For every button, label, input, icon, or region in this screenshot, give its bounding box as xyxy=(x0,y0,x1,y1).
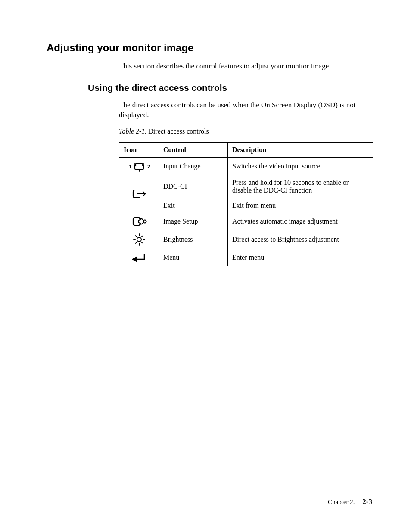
section-heading: Adjusting your monitor image xyxy=(47,42,372,54)
icon-cell xyxy=(119,249,159,266)
svg-point-8 xyxy=(137,237,141,242)
input-change-icon: 1 2 xyxy=(127,160,152,172)
subsection-body-text: The direct access controls can be used w… xyxy=(119,100,372,120)
svg-point-7 xyxy=(143,220,146,223)
description-cell: Activates automatic image adjustment xyxy=(228,213,373,230)
svg-text:1: 1 xyxy=(129,163,132,170)
document-page: Adjusting your monitor image This sectio… xyxy=(0,0,411,532)
image-setup-icon xyxy=(131,216,148,227)
section-intro-text: This section describes the control featu… xyxy=(119,61,372,72)
svg-marker-17 xyxy=(133,257,137,261)
header-icon: Icon xyxy=(119,142,159,157)
table-row: Menu Enter menu xyxy=(119,249,373,266)
svg-line-15 xyxy=(135,242,137,243)
table-caption-label: Table 2-1. xyxy=(119,128,146,135)
svg-text:2: 2 xyxy=(147,163,150,170)
description-cell: Switches the video input source xyxy=(228,157,373,175)
subsection-heading: Using the direct access controls xyxy=(88,83,372,93)
control-cell: Exit xyxy=(159,198,228,213)
header-control: Control xyxy=(159,142,228,157)
direct-access-controls-table: Icon Control Description 1 2 xyxy=(119,142,373,266)
table-row: 1 2 Input Change Switches the video inpu… xyxy=(119,157,373,175)
description-cell: Press and hold for 10 seconds to enable … xyxy=(228,175,373,198)
control-cell: Input Change xyxy=(159,157,228,175)
table-caption: Table 2-1. Direct access controls xyxy=(119,128,372,135)
footer-chapter-label: Chapter 2. xyxy=(328,498,355,505)
exit-icon xyxy=(131,188,148,199)
control-cell: Image Setup xyxy=(159,213,228,230)
control-cell: DDC-CI xyxy=(159,175,228,198)
svg-line-14 xyxy=(142,242,143,243)
page-footer: Chapter 2. 2-3 xyxy=(328,498,372,506)
table-row: Image Setup Activates automatic image ad… xyxy=(119,213,373,230)
table-caption-text: Direct access controls xyxy=(148,128,209,135)
brightness-icon xyxy=(132,233,146,246)
table-row: Brightness Direct access to Brightness a… xyxy=(119,230,373,249)
control-cell: Brightness xyxy=(159,230,228,249)
footer-page-number: 2-3 xyxy=(362,498,372,506)
section-rule xyxy=(47,39,372,39)
svg-line-13 xyxy=(135,236,137,237)
icon-cell xyxy=(119,175,159,213)
table-row: DDC-CI Press and hold for 10 seconds to … xyxy=(119,175,373,198)
description-cell: Direct access to Brightness adjustment xyxy=(228,230,373,249)
icon-cell xyxy=(119,230,159,249)
description-cell: Exit from menu xyxy=(228,198,373,213)
header-description: Description xyxy=(228,142,373,157)
control-cell: Menu xyxy=(159,249,228,266)
svg-line-16 xyxy=(142,236,143,237)
menu-icon xyxy=(131,252,147,263)
description-cell: Enter menu xyxy=(228,249,373,266)
table-header-row: Icon Control Description xyxy=(119,142,373,157)
icon-cell: 1 2 xyxy=(119,157,159,175)
icon-cell xyxy=(119,213,159,230)
